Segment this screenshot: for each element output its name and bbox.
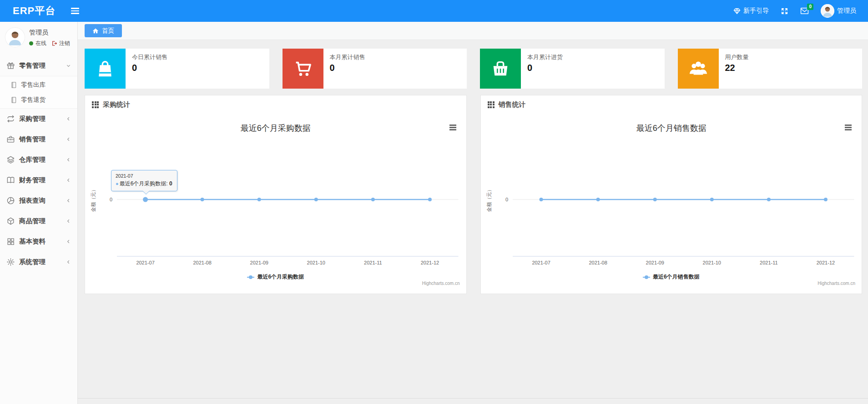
- svg-text:2021-09: 2021-09: [250, 260, 268, 265]
- svg-text:2021-09: 2021-09: [646, 260, 664, 265]
- card-month-purchase: 本月累计进货 0: [480, 49, 665, 89]
- sidebar-item-retail-return[interactable]: 零售退货: [0, 92, 77, 107]
- sidebar-item-system[interactable]: 系统管理: [0, 252, 77, 272]
- legend-marker-icon: [247, 274, 254, 280]
- message-count-badge: 0: [807, 4, 813, 10]
- svg-text:2021-11: 2021-11: [364, 260, 382, 265]
- sidebar-toggle-icon[interactable]: [71, 8, 79, 14]
- svg-text:金额（元）: 金额（元）: [486, 187, 492, 212]
- sidebar-item-products[interactable]: 商品管理: [0, 211, 77, 231]
- svg-text:2021-11: 2021-11: [760, 260, 778, 265]
- tab-home[interactable]: 首页: [85, 24, 122, 37]
- home-icon: [92, 28, 99, 34]
- card-today-sales: 今日累计销售 0: [85, 49, 269, 89]
- legend-marker-icon: [643, 274, 650, 280]
- chevron-left-icon: [66, 198, 71, 203]
- gear-icon: [6, 258, 15, 266]
- online-status-label: 在线: [35, 40, 46, 47]
- highcharts-credits[interactable]: Highcharts.com.cn: [818, 281, 855, 286]
- card-label: 今日累计销售: [132, 53, 167, 61]
- guide-button[interactable]: 新手引导: [733, 7, 769, 15]
- sidebar: 管理员 在线 注销: [0, 22, 78, 404]
- stat-cards-row: 今日累计销售 0 本月累计销售 0: [85, 49, 862, 89]
- user-panel: 管理员 在线 注销: [0, 22, 77, 53]
- chevron-left-icon: [66, 259, 71, 264]
- user-menu[interactable]: 管理员: [821, 4, 856, 18]
- users-icon: [688, 58, 709, 79]
- chevron-left-icon: [66, 157, 71, 162]
- sidebar-item-label: 报表查询: [19, 196, 45, 205]
- dashboard-content: 今日累计销售 0 本月累计销售 0: [78, 40, 868, 404]
- svg-text:0: 0: [110, 197, 112, 202]
- chart-context-menu-button[interactable]: [449, 125, 459, 132]
- fullscreen-icon: [781, 7, 788, 15]
- tooltip-series-label: 最近6个月采购数据:: [120, 180, 169, 187]
- sidebar-item-basic-data[interactable]: 基本资料: [0, 231, 77, 252]
- top-navbar: ERP平台 新手引导 0: [0, 0, 868, 22]
- sidebar-item-retail-out[interactable]: 零售出库: [0, 77, 77, 92]
- card-value: 22: [725, 63, 749, 73]
- gift-icon: [6, 61, 15, 70]
- svg-text:2021-10: 2021-10: [307, 260, 325, 265]
- logout-button[interactable]: 注销: [51, 40, 70, 47]
- chart-plot-area: 最近6个月销售数据0金额（元）2021-072021-082021-092021…: [481, 114, 862, 293]
- guide-label: 新手引导: [743, 7, 769, 15]
- avatar: [5, 28, 25, 47]
- fullscreen-button[interactable]: [781, 7, 788, 15]
- journal-icon: [10, 96, 17, 104]
- sidebar-menu: 零售管理 零售出库: [0, 55, 77, 272]
- chart-plot-area: 最近6个月采购数据0金额（元）2021-072021-082021-092021…: [85, 114, 466, 293]
- messages-button[interactable]: 0: [800, 7, 809, 15]
- svg-text:2021-12: 2021-12: [816, 260, 834, 265]
- sidebar-item-label: 采购管理: [19, 115, 45, 123]
- pie-chart-icon: [6, 196, 15, 205]
- sidebar-item-retail[interactable]: 零售管理: [0, 55, 77, 76]
- svg-text:金额（元）: 金额（元）: [91, 187, 96, 212]
- purchase-stats-panel: 采购统计 最近6个月采购数据0金额（元）2021-072021-082021-0…: [85, 95, 467, 294]
- gem-icon: [733, 7, 741, 15]
- app-logo[interactable]: ERP平台: [0, 4, 56, 18]
- retail-submenu: 零售出库 零售退货: [0, 76, 77, 109]
- legend-label: 最近6个月采购数据: [257, 273, 304, 281]
- chart-tooltip: 2021-07 ●最近6个月采购数据: 0: [111, 170, 177, 191]
- briefcase-icon: [6, 135, 15, 144]
- journal-icon: [10, 81, 17, 89]
- panel-title: 采购统计: [103, 100, 130, 109]
- chart-panels-row: 采购统计 最近6个月采购数据0金额（元）2021-072021-082021-0…: [85, 95, 862, 294]
- chevron-left-icon: [66, 178, 71, 183]
- highcharts-credits[interactable]: Highcharts.com.cn: [422, 281, 460, 286]
- sidebar-item-label: 销售管理: [19, 135, 45, 144]
- svg-text:2021-10: 2021-10: [702, 260, 721, 265]
- grid-icon: [6, 237, 15, 246]
- purchase-chart: 最近6个月采购数据0金额（元）2021-072021-082021-092021…: [85, 114, 466, 293]
- tooltip-value: 0: [169, 180, 172, 187]
- svg-text:2021-08: 2021-08: [193, 260, 211, 265]
- sidebar-item-sales[interactable]: 销售管理: [0, 129, 77, 150]
- sidebar-item-reports[interactable]: 报表查询: [0, 190, 77, 211]
- sidebar-item-label: 零售退货: [21, 96, 45, 104]
- panel-title: 销售统计: [499, 100, 526, 109]
- sidebar-item-purchase[interactable]: 采购管理: [0, 109, 77, 129]
- sidebar-item-label: 商品管理: [19, 217, 45, 225]
- chart-legend[interactable]: 最近6个月销售数据: [481, 273, 862, 281]
- svg-text:最近6个月销售数据: 最近6个月销售数据: [636, 124, 706, 133]
- chart-legend[interactable]: 最近6个月采购数据: [85, 273, 466, 281]
- card-month-sales: 本月累计销售 0: [283, 49, 467, 89]
- sidebar-item-warehouse[interactable]: 仓库管理: [0, 150, 77, 170]
- svg-text:2021-07: 2021-07: [532, 260, 550, 265]
- sidebar-item-label: 系统管理: [19, 258, 45, 266]
- sidebar-item-label: 财务管理: [19, 176, 45, 185]
- card-user-count: 用户数量 22: [678, 49, 863, 89]
- sidebar-item-label: 零售管理: [19, 61, 45, 70]
- chart-context-menu-button[interactable]: [845, 125, 854, 132]
- legend-label: 最近6个月销售数据: [653, 273, 700, 281]
- card-value: 0: [330, 63, 365, 73]
- layers-icon: [6, 155, 15, 164]
- card-value: 0: [527, 63, 563, 73]
- cube-icon: [6, 217, 15, 225]
- chevron-left-icon: [66, 239, 71, 244]
- sidebar-item-finance[interactable]: 财务管理: [0, 170, 77, 190]
- card-label: 本月累计销售: [330, 53, 365, 61]
- basket-icon: [490, 58, 511, 79]
- sidebar-item-label: 基本资料: [19, 237, 45, 246]
